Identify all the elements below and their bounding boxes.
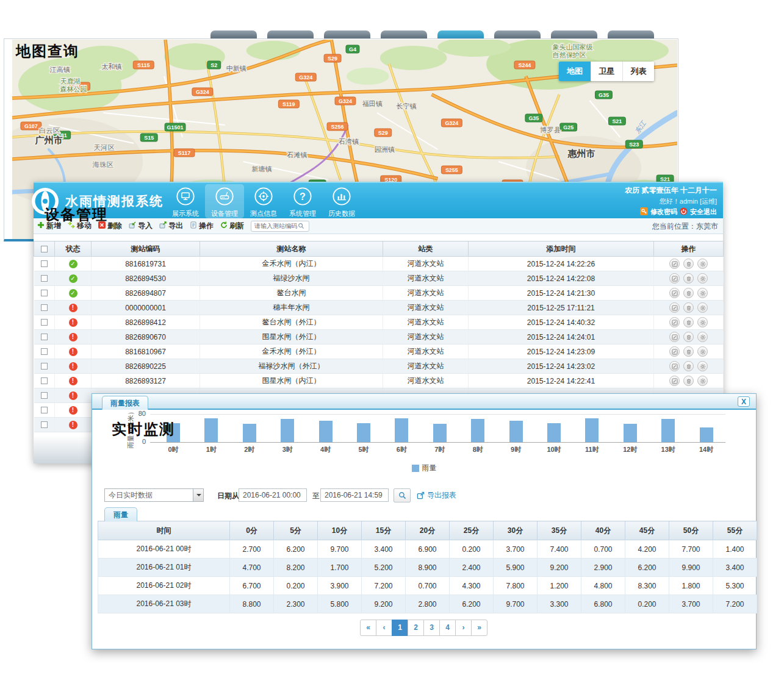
- logout-link[interactable]: 安全退出: [690, 207, 717, 216]
- settings-button[interactable]: [697, 361, 708, 371]
- station-search-box[interactable]: [251, 221, 309, 232]
- edit-button[interactable]: [669, 332, 680, 342]
- export-button[interactable]: 导出: [159, 221, 183, 231]
- map-view-button[interactable]: 地图: [559, 62, 591, 81]
- nav-label: 展示系统: [166, 209, 205, 218]
- row-checkbox[interactable]: [41, 334, 48, 340]
- row-checkbox[interactable]: [41, 275, 48, 282]
- svg-text:S23: S23: [629, 141, 639, 148]
- background-tab: [267, 30, 314, 38]
- settings-button[interactable]: [697, 376, 708, 386]
- row-checkbox[interactable]: [41, 260, 48, 267]
- delete-button[interactable]: [683, 288, 694, 298]
- page-button-3[interactable]: 3: [423, 620, 440, 636]
- page-button-4[interactable]: 4: [439, 620, 456, 636]
- date-from-input[interactable]: [239, 488, 307, 502]
- close-button[interactable]: X: [738, 396, 750, 407]
- status-alarm-icon: !: [69, 304, 77, 312]
- settings-button[interactable]: [697, 302, 708, 313]
- value-cell: 5.300: [713, 577, 757, 595]
- operate-icon: [190, 221, 197, 230]
- edit-button[interactable]: [669, 288, 680, 298]
- last-page-button[interactable]: »: [471, 620, 487, 636]
- delete-button[interactable]: [683, 376, 694, 386]
- svg-text:S117: S117: [178, 150, 190, 156]
- row-checkbox[interactable]: [41, 377, 48, 384]
- search-icon[interactable]: [298, 221, 304, 232]
- date-to-input[interactable]: [320, 488, 389, 502]
- settings-button[interactable]: [697, 317, 708, 327]
- data-type-select[interactable]: 今日实时数据: [104, 488, 204, 502]
- nav-item-question[interactable]: ?系统管理: [283, 184, 322, 218]
- x-tick-label: 0时: [160, 445, 187, 454]
- edit-button[interactable]: [669, 346, 680, 357]
- tab-rainfall[interactable]: 雨量: [104, 507, 137, 521]
- station-search-input[interactable]: [251, 223, 298, 229]
- edit-button[interactable]: [669, 302, 680, 313]
- value-cell: 6.800: [581, 595, 625, 613]
- nav-item-target[interactable]: 测点信息: [244, 184, 283, 218]
- refresh-button[interactable]: 刷新: [220, 221, 244, 231]
- nav-label: 测点信息: [244, 209, 283, 218]
- chart-bar: [204, 418, 218, 442]
- edit-button[interactable]: [669, 259, 680, 269]
- edit-button[interactable]: [669, 317, 680, 327]
- list-view-button[interactable]: 列表: [622, 62, 654, 81]
- filter-row: 今日实时数据 日期从: 至 导出报表: [92, 488, 756, 504]
- tab-rainfall-report[interactable]: 雨量报表: [102, 396, 148, 410]
- nav-item-monitor[interactable]: 展示系统: [166, 184, 205, 218]
- button-label: 导入: [138, 221, 153, 231]
- question-icon: ?: [293, 198, 312, 208]
- edit-button[interactable]: [669, 273, 680, 284]
- delete-button[interactable]: [683, 361, 694, 371]
- chevron-down-icon[interactable]: [193, 489, 203, 501]
- value-cell: 8.800: [230, 595, 274, 613]
- row-checkbox[interactable]: [41, 363, 48, 370]
- query-button[interactable]: [394, 488, 411, 502]
- export-report-link[interactable]: 导出报表: [417, 490, 456, 501]
- first-page-button[interactable]: «: [360, 620, 376, 636]
- row-checkbox[interactable]: [41, 304, 48, 311]
- row-checkbox[interactable]: [41, 392, 48, 399]
- select-all-checkbox[interactable]: [41, 246, 48, 252]
- nav-item-device[interactable]: 设备管理: [205, 184, 244, 218]
- nav-item-chart[interactable]: 历史数据: [322, 184, 361, 218]
- road-shield: S2: [207, 61, 221, 69]
- row-checkbox[interactable]: [41, 421, 48, 428]
- operate-button[interactable]: 操作: [190, 221, 214, 231]
- delete-button[interactable]: [683, 273, 694, 284]
- settings-button[interactable]: [697, 332, 708, 342]
- row-checkbox[interactable]: [41, 290, 48, 296]
- page-button-2[interactable]: 2: [408, 620, 424, 636]
- map-label: 象头山国家级: [553, 43, 593, 51]
- x-tick-label: 6时: [388, 445, 415, 454]
- change-password-link[interactable]: 修改密码: [650, 207, 677, 216]
- value-cell: 3.700: [494, 540, 538, 559]
- satellite-view-button[interactable]: 卫星: [591, 62, 622, 81]
- nav-label: 系统管理: [283, 209, 322, 218]
- settings-button[interactable]: [697, 273, 708, 284]
- station-row: ✓8826894807鳌台水闸河道水文站2015-12-24 14:21:30: [34, 286, 724, 301]
- edit-button[interactable]: [669, 361, 680, 371]
- x-tick-label: 9时: [503, 445, 530, 454]
- page-button-1[interactable]: 1: [392, 620, 408, 636]
- delete-button[interactable]: [683, 259, 694, 269]
- prev-page-button[interactable]: ‹: [376, 620, 392, 636]
- settings-button[interactable]: [697, 259, 708, 269]
- road-shield: S117: [174, 149, 195, 157]
- delete-button[interactable]: [683, 317, 694, 327]
- row-checkbox[interactable]: [41, 319, 48, 326]
- settings-button[interactable]: [697, 288, 708, 298]
- edit-button[interactable]: [669, 376, 680, 386]
- value-cell: 7.200: [713, 595, 757, 613]
- row-checkbox[interactable]: [41, 407, 48, 413]
- delete-button[interactable]: [683, 332, 694, 342]
- settings-button[interactable]: [697, 346, 708, 357]
- delete-button[interactable]: [683, 346, 694, 357]
- next-page-button[interactable]: ›: [455, 620, 472, 636]
- road-shield: G4: [346, 45, 359, 53]
- time-cell: 2016-06-21 01时: [98, 559, 230, 577]
- import-button[interactable]: 导入: [129, 221, 153, 231]
- delete-button[interactable]: [683, 302, 694, 313]
- row-checkbox[interactable]: [41, 348, 48, 355]
